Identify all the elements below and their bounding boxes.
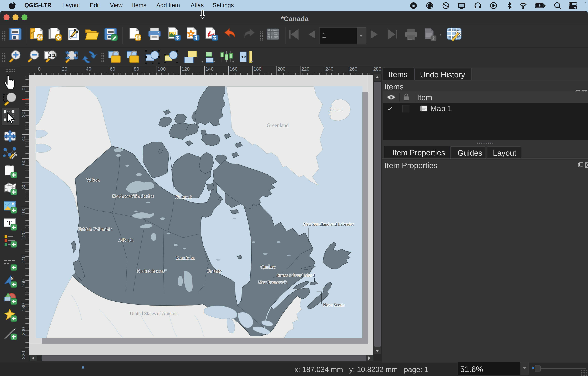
svg-text:Newfoundland and Labrador: Newfoundland and Labrador [303, 222, 354, 227]
svg-text:Saskatchewan: Saskatchewan [137, 268, 165, 274]
svg-text:Greenland: Greenland [267, 122, 289, 128]
svg-text:British Columbia: British Columbia [78, 227, 112, 232]
svg-text:United States of America: United States of America [130, 311, 179, 316]
svg-text:Quebec: Quebec [261, 264, 275, 269]
svg-text:Ontario: Ontario [207, 269, 222, 274]
svg-text:Prince Edward Island: Prince Edward Island [277, 273, 315, 278]
svg-text:Iceland: Iceland [330, 107, 343, 112]
svg-text:Nova Scotia: Nova Scotia [323, 302, 345, 307]
svg-text:Yukon: Yukon [87, 177, 99, 183]
svg-text:New Brunswick: New Brunswick [258, 280, 287, 284]
svg-text:Manitoba: Manitoba [176, 255, 195, 261]
svg-text:Nunavut: Nunavut [175, 194, 192, 199]
svg-text:1:1: 1:1 [49, 52, 55, 58]
svg-text:Alberta: Alberta [119, 237, 133, 243]
svg-text:N: N [11, 276, 14, 281]
svg-text:Northwest Territories: Northwest Territories [112, 194, 154, 199]
